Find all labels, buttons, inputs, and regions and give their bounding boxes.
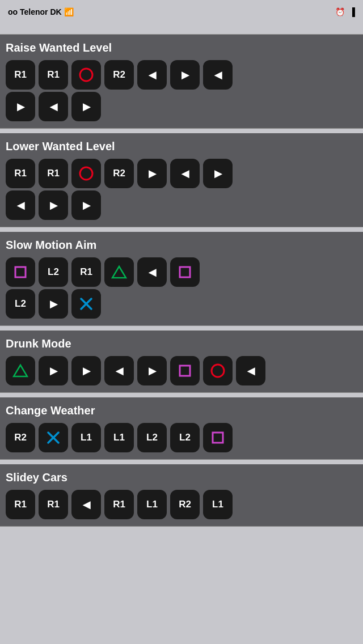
svg-rect-8 bbox=[180, 366, 190, 376]
button-row-0: ▶▶◀▶◀ bbox=[6, 356, 357, 385]
ps-button-right: ▶ bbox=[203, 159, 233, 188]
ps-button-square bbox=[170, 257, 200, 287]
cheat-name: Drunk Mode bbox=[6, 337, 357, 350]
ps-button-L1: L1 bbox=[203, 490, 233, 519]
ps-button-right: ▶ bbox=[71, 190, 101, 220]
section-gap bbox=[0, 393, 363, 397]
ps-button-R1: R1 bbox=[71, 257, 101, 287]
ps-button-right: ▶ bbox=[6, 92, 35, 121]
ps-button-R1: R1 bbox=[104, 490, 134, 519]
cheat-name: Lower Wanted Level bbox=[6, 140, 357, 153]
svg-rect-2 bbox=[15, 267, 26, 277]
header bbox=[0, 23, 363, 34]
battery-text: ⏰ ▐ bbox=[335, 7, 355, 16]
button-row-0: R1R1◀R1L1R2L1 bbox=[6, 490, 357, 519]
ps-button-right: ▶ bbox=[39, 289, 68, 319]
cheat-section-raise-wanted: Raise Wanted LevelR1R1R2◀▶◀▶◀▶ bbox=[0, 35, 363, 129]
cheat-section-lower-wanted: Lower Wanted LevelR1R1R2▶◀▶◀▶▶ bbox=[0, 133, 363, 227]
svg-rect-12 bbox=[213, 433, 223, 443]
ps-button-circle bbox=[71, 60, 101, 90]
ps-button-R1: R1 bbox=[6, 159, 35, 188]
ps-button-right: ▶ bbox=[39, 356, 68, 385]
ps-button-R2: R2 bbox=[6, 423, 35, 452]
ps-button-R1: R1 bbox=[6, 490, 35, 519]
ps-button-left: ◀ bbox=[71, 490, 101, 519]
button-row-1: ▶◀▶ bbox=[6, 92, 357, 121]
ps-button-L2: L2 bbox=[6, 289, 35, 319]
cheat-section-change-weather: Change WeatherR2L1L1L2L2 bbox=[0, 397, 363, 460]
section-gap bbox=[0, 460, 363, 464]
ps-button-right: ▶ bbox=[170, 60, 200, 90]
ps-button-left: ◀ bbox=[137, 257, 167, 287]
ps-button-L1: L1 bbox=[104, 423, 134, 452]
ps-button-right: ▶ bbox=[137, 356, 167, 385]
section-gap bbox=[0, 129, 363, 133]
svg-point-1 bbox=[80, 167, 92, 180]
cheat-section-drunk-mode: Drunk Mode▶▶◀▶◀ bbox=[0, 331, 363, 393]
ps-button-left: ◀ bbox=[6, 190, 35, 220]
ps-button-square bbox=[203, 423, 233, 452]
ps-button-R2: R2 bbox=[104, 60, 134, 90]
ps-button-L1: L1 bbox=[71, 423, 101, 452]
cheat-name: Raise Wanted Level bbox=[6, 41, 357, 54]
ps-button-R1: R1 bbox=[39, 159, 68, 188]
ps-button-left: ◀ bbox=[170, 159, 200, 188]
ps-button-circle bbox=[71, 159, 101, 188]
section-gap bbox=[0, 326, 363, 331]
ps-button-circle bbox=[203, 356, 233, 385]
ps-button-right: ▶ bbox=[39, 190, 68, 220]
ps-button-R1: R1 bbox=[39, 60, 68, 90]
button-row-0: R2L1L1L2L2 bbox=[6, 423, 357, 452]
ps-button-right: ▶ bbox=[137, 159, 167, 188]
button-row-1: L2▶ bbox=[6, 289, 357, 319]
ps-button-left: ◀ bbox=[203, 60, 233, 90]
cheat-name: Slidey Cars bbox=[6, 471, 357, 484]
ps-button-cross bbox=[39, 423, 68, 452]
ps-button-R1: R1 bbox=[39, 490, 68, 519]
svg-point-9 bbox=[212, 365, 224, 377]
ps-button-square bbox=[170, 356, 200, 385]
ps-button-right: ▶ bbox=[71, 92, 101, 121]
cheat-section-slidey-cars: Slidey CarsR1R1◀R1L1R2L1 bbox=[0, 464, 363, 527]
button-row-0: L2R1◀ bbox=[6, 257, 357, 287]
ps-button-L2: L2 bbox=[39, 257, 68, 287]
ps-button-L2: L2 bbox=[137, 423, 167, 452]
ps-button-R2: R2 bbox=[104, 159, 134, 188]
ps-button-right: ▶ bbox=[71, 356, 101, 385]
button-row-1: ◀▶▶ bbox=[6, 190, 357, 220]
ps-button-R1: R1 bbox=[6, 60, 35, 90]
status-bar: oo Telenor DK 📶 ⏰ ▐ bbox=[0, 0, 363, 23]
section-gap bbox=[0, 227, 363, 232]
cheat-list: Raise Wanted LevelR1R1R2◀▶◀▶◀▶Lower Want… bbox=[0, 35, 363, 527]
button-row-0: R1R1R2▶◀▶ bbox=[6, 159, 357, 188]
cheat-name: Change Weather bbox=[6, 404, 357, 417]
carrier-text: oo Telenor DK 📶 bbox=[8, 7, 74, 16]
ps-button-triangle bbox=[104, 257, 134, 287]
ps-button-left: ◀ bbox=[39, 92, 68, 121]
ps-button-left: ◀ bbox=[236, 356, 265, 385]
ps-button-L2: L2 bbox=[170, 423, 200, 452]
ps-button-L1: L1 bbox=[137, 490, 167, 519]
ps-button-left: ◀ bbox=[137, 60, 167, 90]
ps-button-R2: R2 bbox=[170, 490, 200, 519]
cheat-name: Slow Motion Aim bbox=[6, 239, 357, 252]
svg-marker-3 bbox=[112, 266, 126, 278]
button-row-0: R1R1R2◀▶◀ bbox=[6, 60, 357, 90]
svg-marker-7 bbox=[14, 365, 27, 376]
svg-point-0 bbox=[80, 69, 92, 81]
ps-button-left: ◀ bbox=[104, 356, 134, 385]
ps-button-triangle bbox=[6, 356, 35, 385]
cheat-section-slow-motion-aim: Slow Motion AimL2R1◀L2▶ bbox=[0, 232, 363, 326]
ps-button-square bbox=[6, 257, 35, 287]
svg-rect-4 bbox=[180, 267, 190, 277]
ps-button-cross bbox=[71, 289, 101, 319]
